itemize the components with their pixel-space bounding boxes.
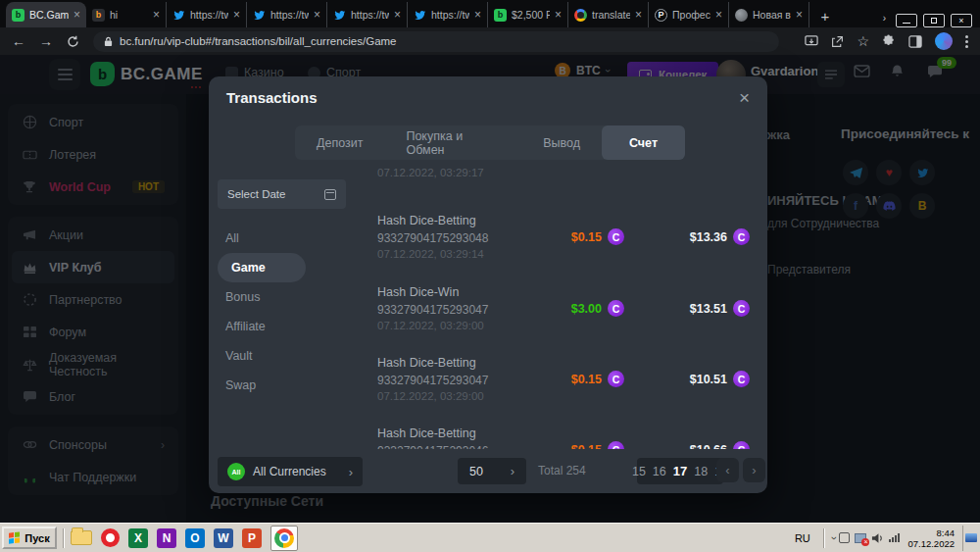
browser-tab-translate[interactable]: translate - × bbox=[568, 2, 649, 27]
coin-icon: C bbox=[608, 441, 624, 449]
chrome-icon bbox=[274, 528, 294, 548]
outlook-icon[interactable]: O bbox=[185, 528, 205, 548]
network-error-icon[interactable] bbox=[855, 533, 866, 543]
tab-close-icon[interactable]: × bbox=[715, 9, 722, 21]
chevron-right-icon: › bbox=[349, 465, 353, 479]
side-panel-icon[interactable] bbox=[908, 35, 922, 48]
language-indicator[interactable]: RU bbox=[788, 532, 817, 544]
filter-list: All Game Bonus Affiliate Vault Swap bbox=[218, 224, 346, 400]
partial-row-date: 07.12.2022, 03:29:17 bbox=[377, 167, 484, 178]
all-currencies-button[interactable]: All All Currencies › bbox=[218, 457, 363, 486]
filter-bonus[interactable]: Bonus bbox=[218, 282, 346, 312]
modal-tabs: Депозит Покупка и Обмен Вывод Счет bbox=[295, 125, 685, 160]
onenote-icon[interactable]: N bbox=[157, 528, 176, 548]
bcgame-favicon: b bbox=[494, 9, 507, 22]
pagination-next-button[interactable]: › bbox=[743, 458, 765, 482]
tab-buy-swap[interactable]: Покупка и Обмен bbox=[384, 125, 521, 160]
tab-bill[interactable]: Счет bbox=[602, 125, 685, 160]
transaction-row: Hash Dice-Win 93327904175293047 07.12.20… bbox=[377, 280, 750, 336]
powerpoint-icon[interactable]: P bbox=[242, 528, 262, 548]
transaction-id: 93327904175293046 bbox=[377, 444, 518, 450]
browser-tab-bcgame[interactable]: b BC.Game × bbox=[6, 2, 86, 27]
tab-close-icon[interactable]: × bbox=[555, 9, 562, 21]
browser-tab-hi[interactable]: b hi × bbox=[86, 2, 167, 27]
tab-close-icon[interactable]: × bbox=[474, 9, 481, 21]
browser-tab-twitter-4[interactable]: https://tw × bbox=[408, 2, 488, 27]
select-date-button[interactable]: Select Date bbox=[218, 179, 346, 209]
browser-tab-twitter-3[interactable]: https://tw × bbox=[327, 2, 408, 27]
show-desktop-button[interactable] bbox=[962, 526, 978, 551]
tab-close-icon[interactable]: × bbox=[635, 9, 642, 21]
filter-game[interactable]: Game bbox=[218, 253, 306, 282]
tab-label: Профессо bbox=[672, 9, 710, 21]
tab-close-icon[interactable]: × bbox=[74, 9, 80, 21]
transaction-date: 07.12.2022, 03:29:00 bbox=[377, 390, 518, 403]
pagination-prev-button[interactable]: ‹ bbox=[716, 458, 739, 482]
file-explorer-icon[interactable] bbox=[71, 530, 92, 545]
tray-divider bbox=[823, 528, 825, 548]
filter-affiliate[interactable]: Affiliate bbox=[218, 312, 346, 341]
transaction-id: 93327904175293047 bbox=[377, 303, 518, 317]
tray-app-icon[interactable] bbox=[839, 532, 850, 543]
browser-tab-twitter-2[interactable]: https://tw × bbox=[247, 2, 327, 27]
browser-tab-newtab[interactable]: Новая вк × bbox=[729, 2, 809, 27]
tab-close-icon[interactable]: × bbox=[153, 9, 160, 21]
tab-deposit[interactable]: Депозит bbox=[295, 125, 384, 160]
modal-close-icon[interactable]: × bbox=[735, 84, 754, 111]
transaction-balance: $10.51 bbox=[690, 373, 727, 386]
browser-profile-avatar[interactable] bbox=[935, 32, 953, 50]
install-icon[interactable] bbox=[805, 35, 818, 48]
tab-close-icon[interactable]: × bbox=[314, 9, 320, 21]
browser-tab-twitter-1[interactable]: https://tw × bbox=[167, 2, 247, 27]
page-17-current[interactable]: 17 bbox=[673, 464, 687, 478]
transaction-row: Hash Dice-Betting 93327904175293046 $0.1… bbox=[377, 422, 750, 449]
excel-icon[interactable]: X bbox=[128, 528, 148, 548]
lock-icon bbox=[104, 36, 113, 47]
system-tray: RU ‹ 8:44 07.12.2022 bbox=[788, 526, 978, 551]
tab-label: Новая вк bbox=[753, 9, 791, 21]
all-currencies-icon: All bbox=[227, 463, 245, 480]
browser-tab-promo[interactable]: b $2,500 Pr × bbox=[488, 2, 568, 27]
browser-tab-profession[interactable]: P Профессо × bbox=[649, 2, 729, 27]
tab-close-icon[interactable]: × bbox=[394, 9, 401, 21]
modal-filter-panel: Select Date All Game Bonus Affiliate Vau… bbox=[218, 179, 346, 400]
opera-icon[interactable] bbox=[101, 528, 120, 547]
volume-icon[interactable] bbox=[871, 532, 884, 544]
start-button[interactable]: Пуск bbox=[2, 527, 57, 549]
transaction-date: 07.12.2022, 03:29:14 bbox=[377, 248, 518, 261]
globe-favicon bbox=[735, 9, 748, 22]
extensions-puzzle-icon[interactable] bbox=[882, 34, 896, 48]
tab-close-icon[interactable]: × bbox=[233, 9, 240, 21]
filter-vault[interactable]: Vault bbox=[218, 341, 346, 371]
page-size-select[interactable]: 50 › bbox=[458, 458, 526, 484]
tab-withdraw[interactable]: Вывод bbox=[521, 125, 602, 160]
chrome-taskbar-button-active[interactable] bbox=[270, 526, 298, 551]
transaction-amount: $0.15 bbox=[571, 230, 602, 244]
share-icon[interactable] bbox=[831, 35, 844, 48]
twitter-favicon bbox=[172, 9, 185, 22]
coin-icon: C bbox=[733, 371, 750, 387]
window-close-button[interactable]: × bbox=[951, 14, 972, 27]
hidden-icons-chevron[interactable]: ‹ bbox=[827, 536, 839, 540]
page-18[interactable]: 18 bbox=[694, 465, 708, 478]
filter-all[interactable]: All bbox=[218, 224, 346, 253]
transaction-name: Hash Dice-Betting bbox=[377, 356, 518, 370]
back-icon[interactable]: ← bbox=[12, 34, 25, 48]
browser-menu-icon[interactable] bbox=[965, 35, 968, 48]
address-bar[interactable]: bc.fun/ru/vip-club#/transactions/bil/all… bbox=[93, 31, 779, 52]
page-16[interactable]: 16 bbox=[653, 465, 666, 478]
taskbar-clock[interactable]: 8:44 07.12.2022 bbox=[900, 527, 962, 549]
new-tab-button[interactable]: + bbox=[813, 4, 837, 27]
word-icon[interactable]: W bbox=[214, 528, 233, 548]
network-signal-icon[interactable] bbox=[889, 533, 900, 542]
tab-close-icon[interactable]: × bbox=[796, 9, 803, 21]
page-15[interactable]: 15 bbox=[632, 465, 646, 478]
bookmark-star-icon[interactable]: ☆ bbox=[857, 33, 869, 49]
filter-swap[interactable]: Swap bbox=[218, 371, 346, 400]
tab-search-caret-icon[interactable]: › bbox=[883, 13, 886, 24]
window-restore-button[interactable] bbox=[923, 14, 945, 27]
reload-icon[interactable] bbox=[67, 35, 79, 48]
window-minimize-button[interactable] bbox=[896, 14, 917, 27]
twitter-favicon bbox=[333, 9, 346, 22]
forward-icon[interactable]: → bbox=[39, 34, 53, 48]
